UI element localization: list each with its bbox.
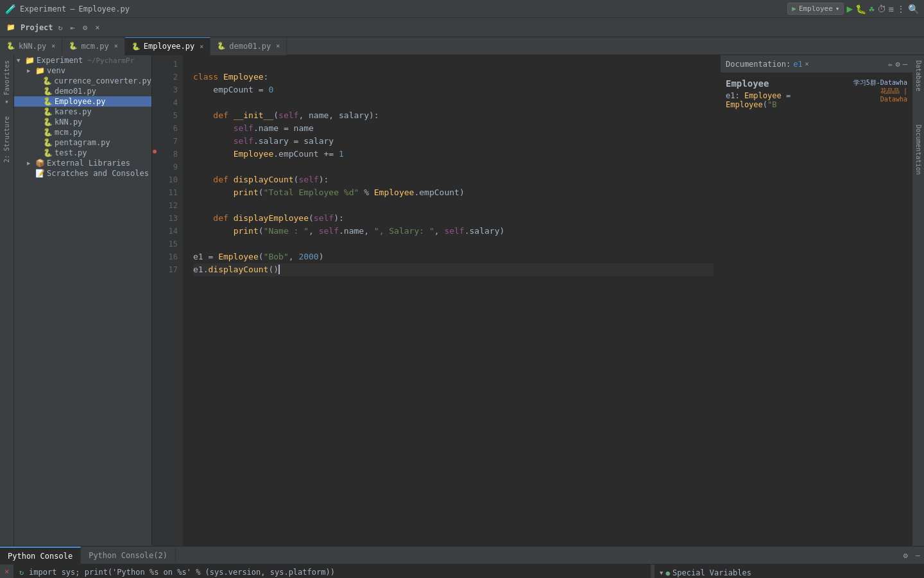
bp-6 xyxy=(152,119,157,132)
code-line-14: print("Name : ", self.name, ", Salary: "… xyxy=(193,225,714,238)
bp-4 xyxy=(152,94,157,107)
top-bar-right: ▶ Employee ▾ ▶ 🐛 ☘ ⏱ ≡ ⋮ 🔍 xyxy=(787,3,919,15)
doc-tab[interactable]: e1 xyxy=(793,60,802,69)
py-icon: 🐍 xyxy=(69,42,78,50)
console-minimize-icon[interactable]: — xyxy=(912,551,924,560)
mcm-label: mcm.py xyxy=(55,128,82,137)
doc-settings-icon[interactable]: ⚙ xyxy=(896,60,900,69)
sidebar-item-test[interactable]: 🐍 test.py xyxy=(14,148,151,158)
doc-minimize-icon[interactable]: — xyxy=(903,60,907,69)
gear-button[interactable]: ⚙ xyxy=(80,22,90,33)
code-line-3: empCount = 0 xyxy=(193,83,714,96)
run-config-icon: ▶ xyxy=(792,4,796,13)
bp-14 xyxy=(152,222,157,235)
tab-demo01-close[interactable]: × xyxy=(276,42,280,49)
currence-label: currence_converter.py xyxy=(54,76,151,85)
favorites-icon[interactable]: ★ Favorites xyxy=(3,60,10,106)
py-file-icon: 🐍 xyxy=(43,128,53,137)
code-line-13: def displayEmployee(self): xyxy=(193,212,714,225)
sidebar-item-external-libraries[interactable]: ▶ 📦 External Libraries xyxy=(14,158,151,168)
coverage-button[interactable]: ☘ xyxy=(869,4,874,14)
sidebar-item-kares[interactable]: 🐍 kares.py xyxy=(14,107,151,117)
tab-mcm[interactable]: 🐍 mcm.py × xyxy=(62,37,124,55)
run-config-dropdown[interactable]: ▶ Employee ▾ xyxy=(787,3,844,15)
app-title: Experiment xyxy=(20,4,66,13)
code-line-10: def displayCount(self): xyxy=(193,173,714,186)
project-folder-icon: 📁 xyxy=(25,56,35,65)
bottom-area: Python Console Python Console(2) ⚙ — × ▶… xyxy=(0,546,924,578)
debug-button[interactable]: 🐛 xyxy=(855,4,866,14)
pentagram-label: pentagram.py xyxy=(55,138,110,147)
tab-employee-close[interactable]: × xyxy=(200,43,203,50)
main-toolbar: 📁 Project ↻ ⇤ ⚙ × xyxy=(0,18,924,37)
editor-scrollbar[interactable] xyxy=(714,55,720,546)
tab-knn-close[interactable]: × xyxy=(51,42,55,49)
profile-button[interactable]: ⏱ xyxy=(877,4,886,14)
code-line-17: e1.displayCount() xyxy=(193,263,714,276)
tab-python-console-1[interactable]: Python Console xyxy=(0,547,81,565)
more-actions-button[interactable]: ⋮ xyxy=(896,4,905,14)
code-line-6: self.name = name xyxy=(193,122,714,135)
top-bar: 🧪 Experiment – Employee.py ▶ Employee ▾ … xyxy=(0,0,924,18)
special-variables-header[interactable]: ▼ ● Special Variables xyxy=(657,567,921,578)
sidebar-item-experiment[interactable]: ▼ 📁 Experiment ~/PycharmPr xyxy=(14,55,151,66)
doc-class-name: Employee xyxy=(726,78,846,89)
bp-10 xyxy=(152,171,157,184)
experiment-path: ~/PycharmPr xyxy=(87,57,134,65)
doc-code-snippet: e1: Employee = Employee("B xyxy=(726,91,846,109)
console-settings-icon[interactable]: ⚙ xyxy=(900,551,912,560)
left-activity-bar: ★ Favorites 2: Structure xyxy=(0,55,14,546)
bp-3 xyxy=(152,81,157,94)
tab-demo01-label: demo01.py xyxy=(229,42,271,51)
documentation-label[interactable]: Documentation xyxy=(915,122,922,177)
code-editor[interactable]: class Employee: empCount = 0 def __init_… xyxy=(183,55,714,546)
sidebar-item-pentagram[interactable]: 🐍 pentagram.py xyxy=(14,137,151,148)
project-view-label: 📁 xyxy=(4,22,18,33)
doc-content: Employee e1: Employee = Employee("B 学习5群… xyxy=(721,73,912,546)
console-tab-2-label: Python Console(2) xyxy=(89,551,167,560)
sidebar-item-mcm[interactable]: 🐍 mcm.py xyxy=(14,127,151,137)
line-numbers: 12345 678910 1112131415 1617 xyxy=(157,55,183,546)
sidebar-item-currence[interactable]: 🐍 currence_converter.py xyxy=(14,76,151,86)
tab-knn[interactable]: 🐍 kNN.py × xyxy=(0,37,62,55)
py-file-icon: 🐍 xyxy=(43,97,53,106)
run-button[interactable]: ▶ xyxy=(846,3,853,15)
tab-python-console-2[interactable]: Python Console(2) xyxy=(81,547,176,565)
py-icon: 🐍 xyxy=(6,42,15,50)
file-title: – xyxy=(70,4,74,13)
editor-area: 12345 678910 1112131415 1617 class Emplo… xyxy=(152,55,720,546)
expand-arrow: ▶ xyxy=(27,67,33,74)
var-icon: ● xyxy=(665,569,670,577)
sidebar-item-scratches[interactable]: 📝 Scratches and Consoles xyxy=(14,168,151,179)
console-tab-1-label: Python Console xyxy=(8,552,73,561)
sidebar-item-venv[interactable]: ▶ 📁 venv xyxy=(14,66,151,76)
doc-close-button[interactable]: × xyxy=(805,60,809,67)
scratches-label: Scratches and Consoles xyxy=(47,169,149,178)
knn-label: kNN.py xyxy=(55,118,82,127)
special-variables-label: Special Variables xyxy=(672,568,751,577)
database-label[interactable]: Database xyxy=(915,58,922,94)
doc-header: Documentation: e1 × ✏ ⚙ — xyxy=(721,55,912,73)
tab-demo01[interactable]: 🐍 demo01.py × xyxy=(210,37,287,55)
ext-lib-label: External Libraries xyxy=(47,159,130,168)
sidebar-item-demo01[interactable]: 🐍 demo01.py xyxy=(14,86,151,96)
collapse-button[interactable]: ⇤ xyxy=(68,22,78,33)
tab-mcm-close[interactable]: × xyxy=(114,42,118,49)
search-button[interactable]: 🔍 xyxy=(908,4,919,14)
close-icon[interactable]: × xyxy=(4,567,9,576)
concurrency-button[interactable]: ≡ xyxy=(889,4,894,14)
import-text: import sys; print('Python %s on %s' % (s… xyxy=(29,568,335,577)
sync-button[interactable]: ↻ xyxy=(56,22,65,33)
py-icon: 🐍 xyxy=(132,42,141,51)
breakpoint-zone xyxy=(152,55,157,546)
sidebar-item-employee[interactable]: 🐍 Employee.py xyxy=(14,96,151,107)
tab-employee[interactable]: 🐍 Employee.py × xyxy=(125,37,211,55)
sidebar-item-knn[interactable]: 🐍 kNN.py xyxy=(14,117,151,127)
structure-icon[interactable]: 2: Structure xyxy=(3,116,10,162)
hide-button[interactable]: × xyxy=(92,22,102,33)
py-file-icon: 🐍 xyxy=(42,76,52,85)
run-config-label: Employee xyxy=(799,4,833,13)
doc-edit-icon[interactable]: ✏ xyxy=(888,60,893,69)
project-label[interactable]: Project xyxy=(21,23,53,32)
py-file-icon: 🐍 xyxy=(43,138,53,147)
